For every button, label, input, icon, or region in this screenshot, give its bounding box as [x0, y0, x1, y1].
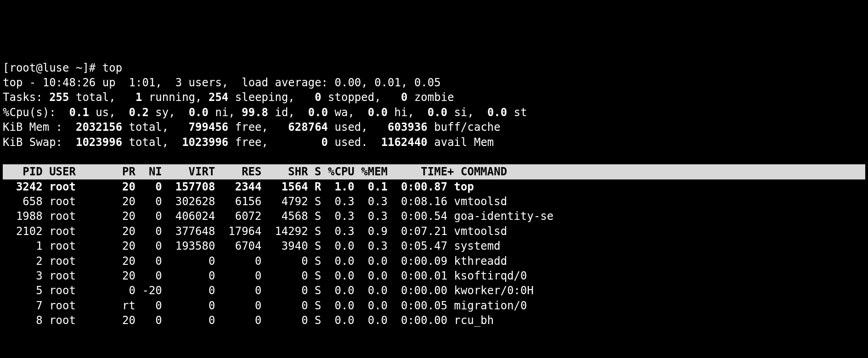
process-table-body: 3242 root 20 0 157708 2344 1564 R 1.0 0.…: [3, 179, 868, 328]
process-row: 7 root rt 0 0 0 0 S 0.0 0.0 0:00.05 migr…: [3, 298, 868, 313]
swap-line: KiB Swap: 1023996 total, 1023996 free, 0…: [3, 135, 868, 150]
process-row: 1988 root 20 0 406024 6072 4568 S 0.3 0.…: [3, 209, 868, 224]
process-row: 658 root 20 0 302628 6156 4792 S 0.3 0.3…: [3, 194, 868, 209]
prompt-line: [root@luse ~]# top: [3, 61, 868, 75]
process-table-header: PID USER PR NI VIRT RES SHR S %CPU %MEM …: [3, 164, 865, 179]
process-row: 8 root 20 0 0 0 0 S 0.0 0.0 0:00.00 rcu_…: [3, 313, 868, 328]
process-row: 2102 root 20 0 377648 17964 14292 S 0.3 …: [3, 224, 868, 239]
tasks-line: Tasks: 255 total, 1 running, 254 sleepin…: [3, 90, 868, 105]
process-row: 5 root 0 -20 0 0 0 S 0.0 0.0 0:00.00 kwo…: [3, 283, 868, 298]
process-row: 1 root 20 0 193580 6704 3940 S 0.0 0.3 0…: [3, 239, 868, 253]
process-row: 2 root 20 0 0 0 0 S 0.0 0.0 0:00.09 kthr…: [3, 254, 868, 268]
process-row: 3 root 20 0 0 0 0 S 0.0 0.0 0:00.01 ksof…: [3, 268, 868, 283]
terminal[interactable]: [root@luse ~]# toptop - 10:48:26 up 1:01…: [3, 61, 868, 328]
blank-line: [3, 150, 868, 164]
top-summary-line: top - 10:48:26 up 1:01, 3 users, load av…: [3, 75, 868, 90]
cpu-line: %Cpu(s): 0.1 us, 0.2 sy, 0.0 ni, 99.8 id…: [3, 105, 868, 120]
mem-line: KiB Mem : 2032156 total, 799456 free, 62…: [3, 120, 868, 134]
process-row: 3242 root 20 0 157708 2344 1564 R 1.0 0.…: [3, 179, 868, 194]
